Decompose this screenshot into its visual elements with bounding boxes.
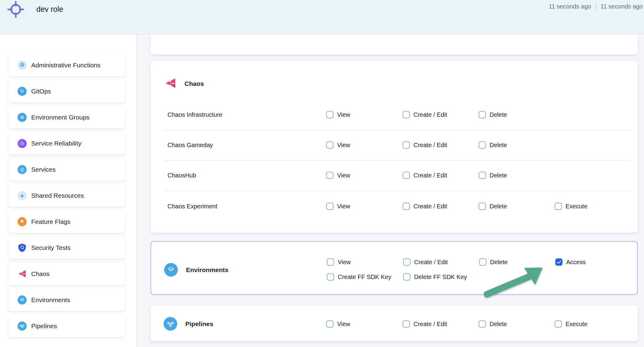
resources-sidebar: ⚙ Administrative Functions ↻ GitOps ⊛ En…	[0, 34, 137, 347]
environment-groups-icon: ⊛	[18, 113, 27, 122]
checkbox[interactable]	[479, 320, 486, 328]
sidebar-item-administrative-functions[interactable]: ⚙ Administrative Functions	[8, 54, 125, 76]
checkbox[interactable]	[403, 273, 410, 281]
partial-card-top	[151, 34, 638, 55]
permission-view[interactable]: View	[326, 203, 350, 210]
environments-permissions-card: Environments View Create / Edit Delete A…	[151, 241, 638, 295]
chaos-card-header: Chaos	[164, 77, 204, 90]
permission-create-edit[interactable]: Create / Edit	[403, 203, 447, 210]
pipelines-icon	[18, 322, 27, 331]
checkbox[interactable]	[479, 203, 486, 210]
sidebar-item-chaos[interactable]: Chaos	[8, 262, 125, 285]
gitops-icon: ↻	[18, 87, 27, 96]
row-divider	[164, 130, 632, 130]
permission-delete[interactable]: Delete	[479, 141, 507, 149]
shared-resources-icon: ◈	[18, 191, 27, 200]
permission-create-edit[interactable]: Create / Edit	[403, 141, 447, 149]
checkbox[interactable]	[403, 258, 410, 266]
pipelines-permissions-card: Pipelines View Create / Edit Delete Exec…	[151, 305, 638, 341]
sidebar-item-service-reliability[interactable]: ◷ Service Reliability	[8, 132, 125, 155]
chaoshub-row: ChaosHub View Create / Edit Delete	[151, 169, 638, 181]
page-title: dev role	[36, 4, 63, 14]
row-divider	[164, 160, 632, 161]
gear-icon: ⚙	[18, 61, 27, 70]
sidebar-item-security-tests[interactable]: Security Tests	[8, 236, 125, 259]
checkbox[interactable]	[326, 172, 334, 179]
chaos-experiment-row: Chaos Experiment View Create / Edit Dele…	[151, 200, 638, 212]
checkbox[interactable]	[403, 172, 410, 179]
permission-create-edit[interactable]: Create / Edit	[403, 111, 447, 118]
chaos-infrastructure-row: Chaos Infrastructure View Create / Edit …	[151, 109, 638, 121]
permission-view[interactable]: View	[326, 172, 350, 179]
chaos-permissions-card: Chaos Chaos Infrastructure View Create /…	[151, 61, 638, 233]
permission-view[interactable]: View	[327, 258, 351, 266]
checkbox[interactable]	[403, 320, 410, 328]
sidebar-item-environments[interactable]: Environments	[8, 288, 125, 311]
shield-icon	[18, 243, 27, 252]
permission-view[interactable]: View	[326, 320, 350, 328]
pipelines-permissions-row: View Create / Edit Delete Execute	[151, 318, 638, 330]
checkbox[interactable]	[479, 141, 486, 149]
timestamps: 11 seconds ago 11 seconds ago	[549, 2, 643, 11]
permission-execute[interactable]: Execute	[555, 203, 587, 210]
sidebar-item-pipelines[interactable]: Pipelines	[8, 315, 125, 337]
permission-create-edit[interactable]: Create / Edit	[403, 172, 447, 179]
checkbox[interactable]	[326, 320, 334, 328]
timestamp-divider	[596, 2, 596, 11]
created-timestamp: 11 seconds ago	[600, 3, 643, 10]
checkbox[interactable]	[327, 273, 334, 281]
checkbox[interactable]	[479, 111, 486, 118]
permission-delete-ff-sdk-key[interactable]: Delete FF SDK Key	[403, 273, 467, 281]
checkbox[interactable]	[326, 141, 334, 149]
chaos-pinwheel-icon	[18, 269, 27, 278]
permission-delete[interactable]: Delete	[479, 172, 507, 179]
updated-timestamp: 11 seconds ago	[549, 3, 591, 10]
sidebar-item-environment-groups[interactable]: ⊛ Environment Groups	[8, 106, 125, 129]
checkbox[interactable]	[326, 203, 334, 210]
permission-access[interactable]: Access	[555, 258, 586, 266]
environments-permissions-row-2: Create FF SDK Key Delete FF SDK Key	[151, 271, 637, 283]
checkbox[interactable]	[403, 111, 410, 118]
role-target-icon	[7, 1, 24, 19]
sidebar-item-shared-resources[interactable]: ◈ Shared Resources	[8, 184, 125, 207]
permission-delete[interactable]: Delete	[479, 111, 507, 118]
sidebar-item-gitops[interactable]: ↻ GitOps	[8, 80, 125, 103]
row-divider	[164, 190, 632, 191]
checkbox[interactable]	[555, 320, 562, 328]
permission-delete[interactable]: Delete	[479, 320, 507, 328]
checkbox[interactable]	[403, 141, 410, 149]
permission-view[interactable]: View	[326, 111, 350, 118]
permission-create-edit[interactable]: Create / Edit	[403, 320, 447, 328]
chaos-gameday-row: Chaos Gameday View Create / Edit Delete	[151, 139, 638, 151]
checkbox[interactable]	[327, 258, 334, 266]
permission-delete[interactable]: Delete	[479, 203, 507, 210]
checkbox[interactable]	[403, 203, 410, 210]
service-reliability-icon: ◷	[18, 139, 27, 148]
checkbox[interactable]	[555, 203, 562, 210]
checkbox[interactable]	[326, 111, 334, 118]
sidebar-item-feature-flags[interactable]: ⚑ Feature Flags	[8, 210, 125, 233]
checkbox[interactable]	[479, 172, 486, 179]
flag-icon: ⚑	[18, 217, 27, 226]
permission-create-edit[interactable]: Create / Edit	[403, 258, 448, 266]
role-permissions-page: dev role 11 seconds ago 11 seconds ago ⚙…	[0, 0, 644, 347]
permission-create-ff-sdk-key[interactable]: Create FF SDK Key	[327, 273, 391, 281]
permission-view[interactable]: View	[326, 141, 350, 149]
checkbox-checked[interactable]	[555, 258, 563, 266]
services-icon: ◎	[18, 165, 27, 174]
chaos-pinwheel-icon	[164, 77, 177, 90]
chaos-card-title: Chaos	[184, 80, 204, 87]
environments-permissions-row-1: View Create / Edit Delete Access	[151, 256, 637, 268]
page-header: dev role 11 seconds ago 11 seconds ago	[0, 0, 644, 34]
environments-cube-icon	[18, 295, 27, 305]
sidebar-item-services[interactable]: ◎ Services	[8, 158, 125, 181]
annotation-arrow	[479, 260, 548, 300]
permission-execute[interactable]: Execute	[555, 320, 587, 328]
